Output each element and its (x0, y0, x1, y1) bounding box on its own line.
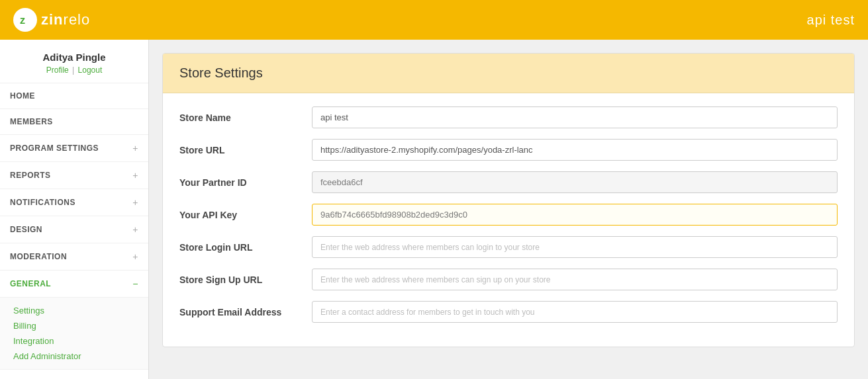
sidebar-item-design-label: DESIGN (10, 225, 42, 234)
card-title: Store Settings (179, 65, 838, 81)
main-content: Store Settings Store Name Store URL Your… (149, 40, 868, 379)
store-url-label: Store URL (179, 145, 312, 155)
plus-icon: + (132, 143, 138, 153)
sidebar-item-program-settings[interactable]: PROGRAM SETTINGS + (0, 135, 148, 162)
support-email-label: Support Email Address (179, 307, 312, 317)
sub-nav-integration[interactable]: Integration (13, 333, 148, 349)
user-name: Aditya Pingle (10, 52, 138, 63)
store-login-url-input[interactable] (312, 236, 838, 258)
support-email-input[interactable] (312, 301, 838, 323)
settings-card: Store Settings Store Name Store URL Your… (162, 53, 855, 347)
sub-nav-billing[interactable]: Billing (13, 318, 148, 333)
user-section: Aditya Pingle Profile | Logout (0, 40, 148, 83)
layout: Aditya Pingle Profile | Logout HOME MEMB… (0, 40, 868, 379)
logout-link[interactable]: Logout (78, 65, 103, 75)
store-name-input[interactable] (312, 106, 838, 128)
card-body: Store Name Store URL Your Partner ID You… (163, 93, 854, 347)
store-login-url-label: Store Login URL (179, 242, 312, 253)
sidebar-item-program-settings-label: PROGRAM SETTINGS (10, 144, 99, 153)
svg-text:z: z (20, 15, 25, 26)
sidebar-item-members-label: MEMBERS (10, 117, 53, 126)
user-links: Profile | Logout (10, 65, 138, 75)
partner-id-input (312, 171, 838, 193)
support-email-row: Support Email Address (179, 301, 838, 323)
sidebar-item-moderation[interactable]: MODERATION + (0, 243, 148, 271)
sidebar-item-general-label: GENERAL (10, 279, 51, 288)
minus-icon-general: − (132, 278, 138, 289)
sidebar-item-home-label: HOME (10, 91, 35, 101)
header: z zinrelo api test (0, 0, 868, 40)
api-key-label: Your API Key (179, 210, 312, 220)
sidebar-item-design[interactable]: DESIGN + (0, 216, 148, 243)
plus-icon-design: + (132, 224, 138, 235)
store-name-label: Store Name (179, 112, 312, 123)
partner-id-row: Your Partner ID (179, 171, 838, 193)
store-login-url-row: Store Login URL (179, 236, 838, 258)
store-name-row: Store Name (179, 106, 838, 128)
api-key-input (312, 204, 838, 226)
card-header: Store Settings (163, 54, 854, 93)
header-app-name: api test (807, 13, 855, 28)
partner-id-label: Your Partner ID (179, 177, 312, 188)
logo: z zinrelo (13, 8, 90, 32)
api-key-row: Your API Key (179, 204, 838, 226)
store-signup-url-label: Store Sign Up URL (179, 274, 312, 285)
sidebar-item-moderation-label: MODERATION (10, 252, 67, 261)
sub-nav-settings[interactable]: Settings (13, 303, 148, 318)
sidebar-item-reports-label: REPORTS (10, 171, 51, 180)
sidebar-item-home[interactable]: HOME (0, 83, 148, 109)
store-signup-url-row: Store Sign Up URL (179, 269, 838, 290)
store-url-input[interactable] (312, 139, 838, 161)
general-sub-nav: Settings Billing Integration Add Adminis… (0, 298, 148, 370)
sidebar-item-general[interactable]: GENERAL − (0, 271, 148, 298)
sidebar-item-notifications-label: NOTIFICATIONS (10, 198, 75, 207)
plus-icon-notifications: + (132, 197, 138, 208)
plus-icon-moderation: + (132, 251, 138, 262)
store-signup-url-input[interactable] (312, 269, 838, 290)
logo-text: zinrelo (41, 11, 90, 28)
profile-link[interactable]: Profile (46, 65, 69, 75)
sidebar-item-members[interactable]: MEMBERS (0, 109, 148, 135)
plus-icon-reports: + (132, 170, 138, 181)
sidebar: Aditya Pingle Profile | Logout HOME MEMB… (0, 40, 149, 379)
sub-nav-add-admin[interactable]: Add Administrator (13, 349, 148, 364)
sidebar-item-reports[interactable]: REPORTS + (0, 162, 148, 189)
logo-icon: z (13, 8, 37, 32)
link-separator: | (72, 65, 74, 75)
store-url-row: Store URL (179, 139, 838, 161)
sidebar-item-notifications[interactable]: NOTIFICATIONS + (0, 189, 148, 216)
